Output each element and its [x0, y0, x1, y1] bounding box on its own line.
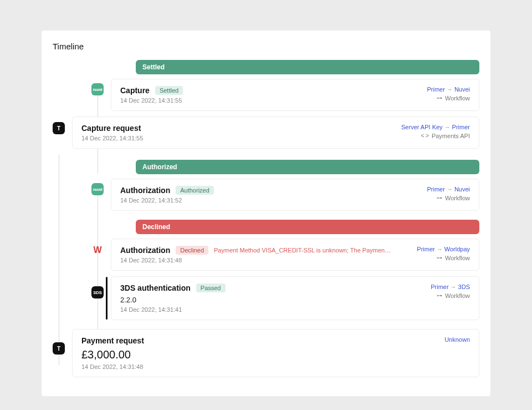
- event-title: Capture request: [81, 124, 141, 133]
- workflow-icon: ⊶: [437, 95, 442, 101]
- three-ds-icon: 3DS: [91, 286, 104, 298]
- workflow-icon: ⊶: [437, 293, 442, 298]
- status-badge: Declined: [176, 246, 208, 255]
- event-3ds-authentication[interactable]: 3DS authentication Passed 2.2.0 14 Dec 2…: [111, 276, 479, 320]
- workflow-icon: ⊶: [437, 195, 442, 201]
- event-title: Authorization: [120, 186, 170, 195]
- timestamp: 14 Dec 2022, 14:31:41: [120, 306, 182, 313]
- status-bar-authorized: Authorized: [136, 160, 479, 174]
- code-icon: < >: [421, 133, 428, 139]
- arrow-icon: →: [437, 246, 443, 252]
- event-title: Payment request: [81, 336, 144, 345]
- route-label: Primer→Nuvei: [427, 186, 470, 193]
- status-bar-declined: Declined: [136, 220, 479, 234]
- event-capture[interactable]: Capture Settled 14 Dec 2022, 14:31:55 Pr…: [111, 79, 479, 111]
- event-title: Capture: [120, 86, 150, 95]
- route-label: Primer→Worldpay: [417, 246, 470, 252]
- page-title: Timeline: [53, 42, 479, 51]
- event-payment-request[interactable]: Payment request £3,000.00 14 Dec 2022, 1…: [72, 329, 479, 377]
- timestamp: 14 Dec 2022, 14:31:48: [120, 257, 182, 264]
- timestamp: 14 Dec 2022, 14:31:55: [81, 135, 143, 141]
- status-bar-settled: Settled: [136, 60, 479, 74]
- nuvei-icon: nuvei: [91, 83, 104, 95]
- timestamp: 14 Dec 2022, 14:31:48: [81, 363, 143, 370]
- via-label: ⊶ Workflow: [437, 255, 470, 261]
- route-label: Primer→3DS: [431, 284, 470, 290]
- timeline: Settled nuvei Capture Settled 14 Dec 202…: [53, 60, 479, 377]
- route-label: Primer→Nuvei: [427, 86, 470, 93]
- via-label: ⊶ Workflow: [437, 292, 470, 299]
- timeline-panel: Timeline Settled nuvei Capture Settled: [42, 31, 490, 396]
- timestamp: 14 Dec 2022, 14:31:52: [120, 197, 182, 204]
- via-label: ⊶ Workflow: [437, 195, 470, 201]
- event-authorization-declined[interactable]: Authorization Declined Payment Method VI…: [111, 239, 479, 271]
- terminal-icon: T: [53, 122, 65, 134]
- status-badge: Passed: [196, 284, 226, 292]
- arrow-icon: →: [451, 284, 457, 290]
- worldpay-icon: W: [91, 244, 104, 256]
- nuvei-icon: nuvei: [91, 183, 104, 195]
- event-title: 3DS authentication: [120, 284, 191, 292]
- error-message: Payment Method VISA_CREDIT-SSL is unknow…: [214, 247, 391, 254]
- amount: £3,000.00: [81, 348, 131, 361]
- status-badge: Authorized: [176, 186, 214, 195]
- via-label: ⊶ Workflow: [437, 95, 470, 102]
- event-authorization-ok[interactable]: Authorization Authorized 14 Dec 2022, 14…: [111, 179, 479, 211]
- route-label: Server API Key→Primer: [401, 124, 470, 130]
- arrow-icon: →: [447, 86, 453, 93]
- unknown-label: Unknown: [444, 336, 470, 343]
- status-badge: Settled: [155, 86, 183, 95]
- workflow-icon: ⊶: [437, 255, 442, 261]
- via-label: < > Payments API: [421, 133, 470, 139]
- event-capture-request[interactable]: Capture request 14 Dec 2022, 14:31:55 Se…: [72, 117, 479, 149]
- timestamp: 14 Dec 2022, 14:31:55: [120, 97, 182, 104]
- arrow-icon: →: [444, 124, 451, 130]
- event-title: Authorization: [120, 246, 170, 255]
- three-ds-version: 2.2.0: [120, 296, 136, 304]
- arrow-icon: →: [447, 186, 453, 193]
- terminal-icon: T: [53, 342, 65, 355]
